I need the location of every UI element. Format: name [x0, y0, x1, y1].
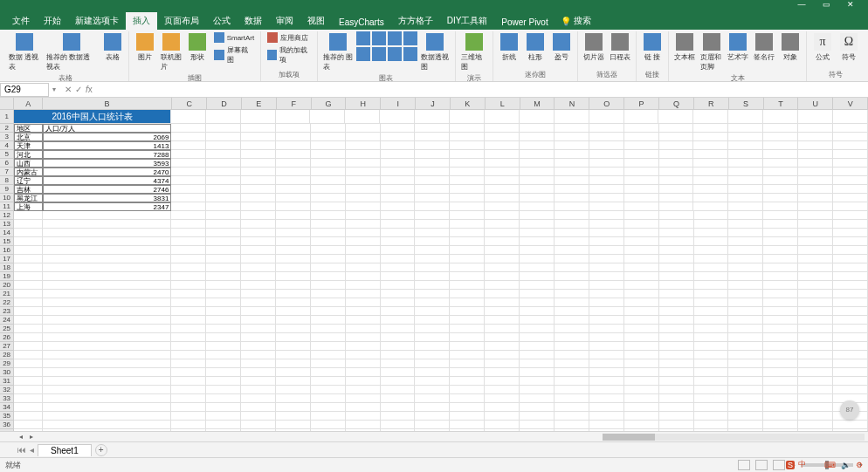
cell[interactable]	[798, 403, 833, 412]
cell[interactable]: 河北	[14, 150, 43, 159]
cell[interactable]	[485, 359, 520, 368]
cell[interactable]	[589, 394, 624, 403]
cell[interactable]	[520, 159, 555, 168]
cell[interactable]	[728, 333, 763, 342]
tab-file[interactable]: 文件	[5, 12, 37, 30]
cell[interactable]	[624, 141, 659, 150]
cell[interactable]	[171, 202, 206, 211]
cell[interactable]: 4374	[43, 176, 171, 185]
cell[interactable]	[206, 229, 241, 237]
cell[interactable]	[241, 368, 276, 377]
cell[interactable]	[241, 263, 276, 272]
cell[interactable]	[798, 421, 833, 429]
cell[interactable]	[206, 220, 241, 229]
cell[interactable]	[694, 386, 729, 394]
cell[interactable]	[728, 159, 763, 168]
cell[interactable]	[833, 246, 868, 255]
cell[interactable]	[381, 421, 416, 429]
slicer-button[interactable]: 切片器	[582, 31, 606, 64]
cell[interactable]	[520, 386, 555, 394]
cell[interactable]	[728, 281, 763, 290]
row-header[interactable]: 27	[0, 342, 14, 351]
cell[interactable]	[206, 351, 241, 359]
cell[interactable]	[43, 263, 171, 272]
tab-home[interactable]: 开始	[37, 12, 68, 30]
cell[interactable]	[763, 325, 798, 333]
cell[interactable]	[171, 359, 206, 368]
recommended-charts-button[interactable]: 推荐的 图表	[321, 31, 355, 73]
cell[interactable]	[763, 351, 798, 359]
cell[interactable]	[659, 246, 694, 255]
row-header[interactable]: 21	[0, 290, 14, 298]
cell[interactable]	[589, 325, 624, 333]
cell[interactable]	[694, 359, 729, 368]
cell[interactable]	[659, 237, 694, 246]
cell[interactable]	[241, 412, 276, 421]
cell[interactable]	[311, 263, 346, 272]
cell[interactable]	[624, 403, 659, 412]
ime-s-icon[interactable]: S	[786, 461, 795, 469]
cell[interactable]	[415, 351, 450, 359]
store-button[interactable]: 应用商店	[265, 31, 313, 44]
column-header[interactable]: D	[207, 98, 242, 109]
cell[interactable]	[763, 368, 798, 377]
cell[interactable]	[381, 168, 416, 176]
cell[interactable]	[206, 333, 241, 342]
cell[interactable]	[728, 246, 763, 255]
cell[interactable]	[589, 290, 624, 298]
cell[interactable]	[346, 272, 381, 281]
cell[interactable]	[833, 263, 868, 272]
row-header[interactable]: 8	[0, 176, 14, 185]
cell[interactable]	[311, 202, 346, 211]
cell[interactable]	[485, 403, 520, 412]
recommended-pivot-button[interactable]: 推荐的 数据透视表	[45, 31, 99, 73]
cell[interactable]	[206, 168, 241, 176]
cell[interactable]	[450, 246, 485, 255]
cell[interactable]	[728, 290, 763, 298]
cell[interactable]	[206, 368, 241, 377]
cell[interactable]	[520, 359, 555, 368]
cell[interactable]	[14, 237, 43, 246]
cell[interactable]	[798, 298, 833, 307]
cell[interactable]	[346, 246, 381, 255]
cell[interactable]: 黑龙江	[14, 194, 43, 202]
row-header[interactable]: 11	[0, 202, 14, 211]
cell[interactable]	[415, 133, 450, 141]
cell[interactable]	[659, 133, 694, 141]
cell[interactable]	[14, 342, 43, 351]
cell[interactable]	[43, 342, 171, 351]
cell[interactable]	[381, 272, 416, 281]
cell[interactable]	[485, 211, 520, 220]
column-header[interactable]: M	[520, 98, 555, 109]
add-sheet-button[interactable]: +	[95, 444, 107, 456]
cell[interactable]	[415, 333, 450, 342]
cell[interactable]	[589, 150, 624, 159]
cell[interactable]	[346, 403, 381, 412]
cell[interactable]	[14, 394, 43, 403]
cell[interactable]	[381, 211, 416, 220]
cell[interactable]	[659, 342, 694, 351]
tab-formula[interactable]: 公式	[206, 12, 238, 30]
cell[interactable]	[346, 159, 381, 168]
cell[interactable]	[555, 211, 589, 220]
cell[interactable]	[311, 403, 346, 412]
cell[interactable]	[589, 307, 624, 316]
cell[interactable]	[555, 359, 589, 368]
cell[interactable]	[450, 159, 485, 168]
cell[interactable]	[798, 110, 833, 124]
cell[interactable]	[380, 110, 415, 124]
cell[interactable]	[798, 316, 833, 325]
cell[interactable]	[450, 150, 485, 159]
cell[interactable]	[206, 202, 241, 211]
cell[interactable]	[728, 124, 763, 133]
cell[interactable]	[763, 281, 798, 290]
cell[interactable]	[763, 421, 798, 429]
row-header[interactable]: 7	[0, 168, 14, 176]
cell[interactable]	[346, 368, 381, 377]
row-header[interactable]: 20	[0, 281, 14, 290]
cell[interactable]	[311, 220, 346, 229]
row-header[interactable]: 22	[0, 298, 14, 307]
cell[interactable]	[694, 421, 729, 429]
column-header[interactable]: K	[451, 98, 486, 109]
cell[interactable]	[833, 168, 868, 176]
